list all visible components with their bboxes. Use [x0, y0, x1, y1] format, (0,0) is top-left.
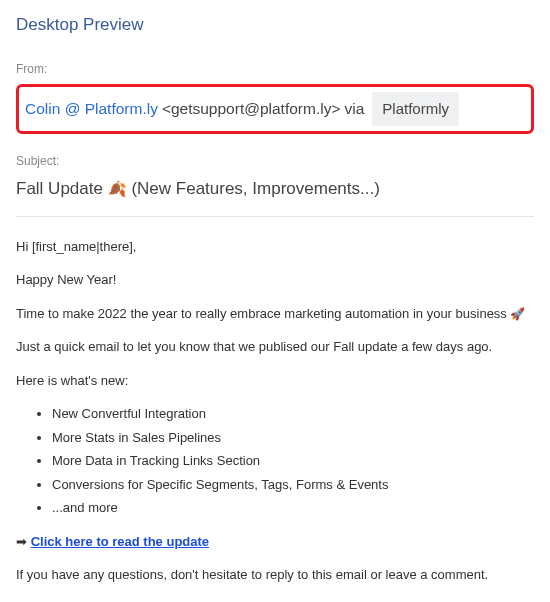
- body-intro-text: Time to make 2022 the year to really emb…: [16, 306, 510, 321]
- subject-suffix: (New Features, Improvements...): [127, 179, 380, 198]
- from-sender-email: <getsupport@platform.ly>: [162, 97, 341, 120]
- read-update-link[interactable]: Click here to read the update: [31, 534, 209, 549]
- from-label: From:: [16, 60, 534, 78]
- list-item: ...and more: [52, 498, 534, 518]
- list-item: Conversions for Specific Segments, Tags,…: [52, 475, 534, 495]
- from-field-highlight: Colin @ Platform.ly <getsupport@platform…: [16, 84, 534, 135]
- from-sender-name[interactable]: Colin @ Platform.ly: [25, 97, 158, 120]
- arrow-icon: ➡: [16, 534, 31, 549]
- leaves-emoji-icon: 🍂: [108, 180, 127, 197]
- signature-name: Colin: [16, 599, 534, 603]
- body-questions: If you have any questions, don't hesitat…: [16, 565, 534, 585]
- body-happy-new-year: Happy New Year!: [16, 270, 534, 290]
- page-title: Desktop Preview: [16, 12, 534, 38]
- list-item: More Stats in Sales Pipelines: [52, 428, 534, 448]
- list-item: More Data in Tracking Links Section: [52, 451, 534, 471]
- subject-label: Subject:: [16, 152, 534, 170]
- list-item: New Convertful Integration: [52, 404, 534, 424]
- subject-line: Fall Update 🍂 (New Features, Improvement…: [16, 176, 534, 202]
- body-greeting: Hi [first_name|there],: [16, 237, 534, 257]
- rocket-emoji-icon: 🚀: [510, 307, 525, 321]
- divider: [16, 216, 534, 217]
- feature-list: New Convertful Integration More Stats in…: [52, 404, 534, 518]
- subject-prefix: Fall Update: [16, 179, 108, 198]
- from-via-text: via: [344, 97, 364, 120]
- signature: Colin Founder at Platform.ly: [16, 599, 534, 603]
- email-body: Hi [first_name|there], Happy New Year! T…: [16, 237, 534, 603]
- from-via-badge: Platformly: [372, 92, 459, 127]
- body-whats-new: Here is what's new:: [16, 371, 534, 391]
- body-update-line: Just a quick email to let you know that …: [16, 337, 534, 357]
- cta-line: ➡ Click here to read the update: [16, 532, 534, 552]
- body-intro: Time to make 2022 the year to really emb…: [16, 304, 534, 324]
